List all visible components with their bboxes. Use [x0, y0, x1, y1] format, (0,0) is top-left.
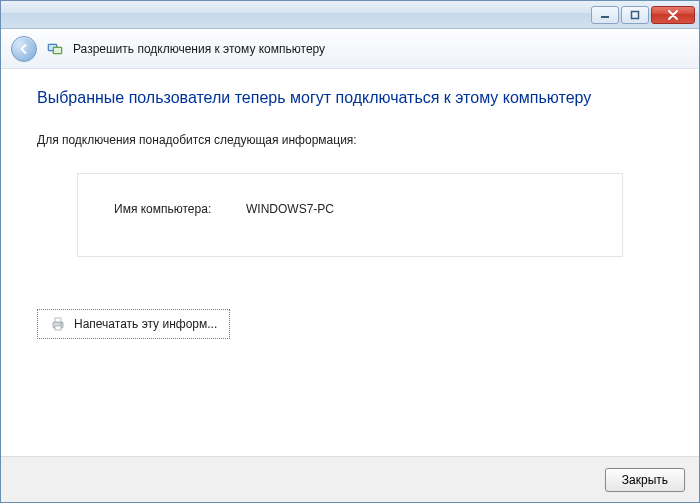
connection-info-box: Имя компьютера: WINDOWS7-PC: [77, 173, 623, 257]
minimize-button[interactable]: [591, 6, 619, 24]
printer-icon: [50, 316, 66, 332]
computer-name-value: WINDOWS7-PC: [246, 202, 334, 216]
maximize-button[interactable]: [621, 6, 649, 24]
instruction-text: Для подключения понадобится следующая ин…: [37, 133, 663, 147]
svg-rect-5: [54, 48, 61, 53]
back-button[interactable]: [11, 36, 37, 62]
svg-point-9: [60, 323, 61, 324]
svg-rect-8: [55, 326, 61, 330]
page-heading: Выбранные пользователи теперь могут подк…: [37, 89, 663, 107]
svg-rect-0: [601, 16, 609, 18]
svg-rect-1: [632, 11, 639, 18]
window-title: Разрешить подключения к этому компьютеру: [73, 42, 325, 56]
titlebar: [1, 1, 699, 29]
close-button[interactable]: Закрыть: [605, 468, 685, 492]
computer-name-row: Имя компьютера: WINDOWS7-PC: [114, 202, 586, 216]
window-close-button[interactable]: [651, 6, 695, 24]
svg-rect-7: [55, 318, 61, 322]
header-bar: Разрешить подключения к этому компьютеру: [1, 29, 699, 69]
footer-bar: Закрыть: [1, 456, 699, 502]
remote-connection-icon: [47, 41, 63, 57]
minimize-icon: [600, 10, 610, 20]
print-button-label: Напечатать эту информ...: [74, 317, 217, 331]
maximize-icon: [630, 10, 640, 20]
dialog-window: Разрешить подключения к этому компьютеру…: [0, 0, 700, 503]
back-arrow-icon: [17, 42, 31, 56]
print-button[interactable]: Напечатать эту информ...: [37, 309, 230, 339]
content-area: Выбранные пользователи теперь могут подк…: [1, 69, 699, 456]
close-icon: [667, 10, 679, 20]
computer-name-label: Имя компьютера:: [114, 202, 226, 216]
